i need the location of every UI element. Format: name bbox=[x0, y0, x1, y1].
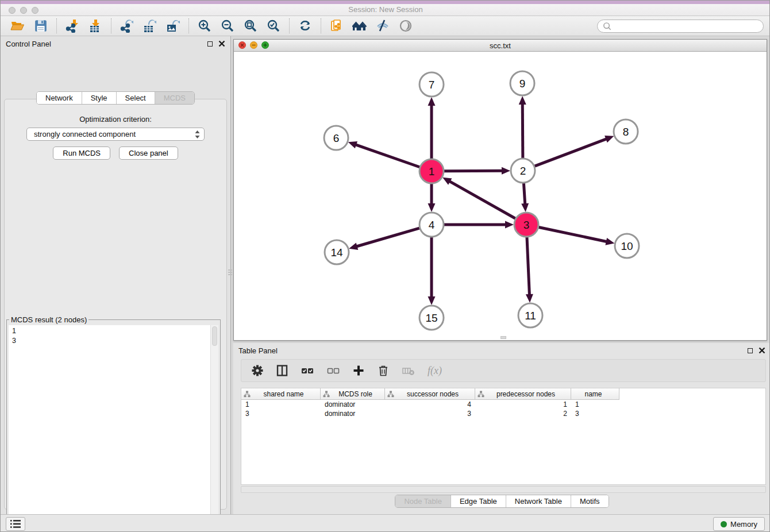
duplicate-network-icon bbox=[330, 19, 344, 33]
graph-node-7[interactable]: 7 bbox=[419, 72, 444, 97]
create-column-button[interactable] bbox=[352, 364, 365, 377]
run-mcds-button[interactable]: Run MCDS bbox=[53, 147, 110, 160]
unselect-all-button[interactable] bbox=[326, 364, 340, 377]
result-scrollbar[interactable] bbox=[210, 325, 218, 532]
tab-motifs[interactable]: Motifs bbox=[571, 495, 609, 507]
apply-layout-button[interactable] bbox=[294, 17, 317, 34]
delete-column-button[interactable] bbox=[377, 364, 390, 377]
canvas-scroll-grip[interactable] bbox=[500, 336, 506, 339]
task-history-button[interactable] bbox=[6, 517, 25, 531]
graph-node-8[interactable]: 8 bbox=[614, 119, 638, 144]
zoom-selected-button[interactable] bbox=[262, 17, 285, 34]
svg-text:9: 9 bbox=[519, 78, 526, 90]
graph-edge-4-3[interactable] bbox=[444, 221, 514, 229]
export-network-button[interactable] bbox=[116, 17, 138, 34]
hide-selected-button[interactable] bbox=[371, 17, 394, 34]
graph-edge-2-3[interactable] bbox=[521, 183, 529, 212]
graph-edge-3-1[interactable] bbox=[442, 178, 515, 218]
tab-node-table[interactable]: Node Table bbox=[395, 495, 451, 507]
cell-mcds-role[interactable]: dominator bbox=[321, 400, 385, 409]
close-table-panel-icon[interactable] bbox=[759, 347, 765, 354]
memory-button[interactable]: Memory bbox=[713, 517, 765, 531]
cell-mcds-role[interactable]: dominator bbox=[321, 409, 385, 418]
node-table: shared name MCDS role successor nodes pr… bbox=[241, 388, 766, 485]
graph-node-15[interactable]: 15 bbox=[419, 306, 444, 330]
graph-node-1[interactable]: 1 bbox=[419, 159, 444, 183]
search-input[interactable] bbox=[612, 22, 759, 30]
mcds-panel: Optimization criterion: strongly connect… bbox=[4, 99, 227, 510]
graph-edge-4-14[interactable] bbox=[349, 228, 419, 250]
close-panel-icon[interactable] bbox=[218, 40, 225, 47]
show-all-button[interactable] bbox=[394, 17, 417, 34]
tab-network-table[interactable]: Network Table bbox=[506, 495, 571, 507]
graph-edge-3-10[interactable] bbox=[539, 228, 615, 245]
cell-shared-name[interactable]: 3 bbox=[241, 409, 321, 418]
export-table-button[interactable] bbox=[138, 17, 161, 34]
zoom-in-button[interactable] bbox=[193, 17, 216, 34]
graph-node-9[interactable]: 9 bbox=[510, 71, 534, 95]
cell-name[interactable]: 3 bbox=[571, 409, 619, 418]
table-toolbar: f(x) bbox=[241, 359, 766, 382]
open-folder-icon bbox=[10, 19, 25, 33]
column-header-shared-name[interactable]: shared name bbox=[241, 388, 321, 400]
mcds-result-lines[interactable]: 1 3 bbox=[9, 325, 210, 532]
tab-mcds[interactable]: MCDS bbox=[155, 92, 194, 104]
float-panel-icon[interactable] bbox=[207, 41, 213, 47]
cell-successor-nodes[interactable]: 4 bbox=[385, 400, 475, 409]
delete-table-button[interactable] bbox=[402, 364, 415, 377]
first-neighbors-button[interactable] bbox=[348, 17, 371, 34]
panel-divider-handle[interactable] bbox=[228, 265, 232, 280]
table-horizontal-scrollbar[interactable] bbox=[241, 486, 766, 493]
columns-icon bbox=[276, 364, 288, 377]
column-header-predecessor-nodes[interactable]: predecessor nodes bbox=[475, 388, 571, 400]
table-settings-button[interactable] bbox=[251, 364, 264, 377]
float-table-panel-icon[interactable] bbox=[748, 348, 753, 353]
cell-shared-name[interactable]: 1 bbox=[241, 400, 321, 409]
import-network-button[interactable] bbox=[61, 17, 84, 34]
select-all-button[interactable] bbox=[301, 364, 314, 377]
graph-edge-2-9[interactable] bbox=[519, 96, 526, 158]
graph-edge-4-15[interactable] bbox=[428, 237, 436, 305]
plus-icon bbox=[352, 364, 365, 377]
graph-node-10[interactable]: 10 bbox=[615, 234, 639, 258]
cell-predecessor-nodes[interactable]: 2 bbox=[475, 409, 571, 418]
export-image-button[interactable] bbox=[161, 17, 184, 34]
tab-edge-table[interactable]: Edge Table bbox=[451, 495, 506, 507]
tab-select[interactable]: Select bbox=[117, 92, 155, 104]
graph-edge-1-6[interactable] bbox=[348, 141, 419, 167]
svg-text:10: 10 bbox=[621, 240, 633, 252]
zoom-fit-button[interactable] bbox=[239, 17, 262, 34]
graph-edge-2-8[interactable] bbox=[535, 136, 614, 166]
graph-node-14[interactable]: 14 bbox=[325, 240, 349, 264]
graph-node-3[interactable]: 3 bbox=[514, 213, 538, 237]
cell-predecessor-nodes[interactable]: 1 bbox=[475, 400, 571, 409]
graph-node-11[interactable]: 11 bbox=[518, 303, 542, 327]
open-session-button[interactable] bbox=[6, 17, 29, 34]
column-header-name[interactable]: name bbox=[571, 388, 619, 400]
column-header-mcds-role[interactable]: MCDS role bbox=[321, 388, 385, 400]
network-window-titlebar[interactable]: scc.txt bbox=[234, 40, 767, 52]
cell-name[interactable]: 1 bbox=[571, 400, 619, 409]
network-canvas[interactable]: 7968124314101511 bbox=[234, 52, 767, 340]
column-header-successor-nodes[interactable]: successor nodes bbox=[385, 388, 475, 400]
graph-edge-3-11[interactable] bbox=[526, 237, 533, 303]
graph-node-2[interactable]: 2 bbox=[511, 159, 535, 183]
graph-node-6[interactable]: 6 bbox=[324, 126, 348, 150]
zoom-out-button[interactable] bbox=[216, 17, 239, 34]
tab-network[interactable]: Network bbox=[37, 92, 82, 104]
import-table-button[interactable] bbox=[84, 17, 107, 34]
function-builder-button[interactable]: f(x) bbox=[428, 365, 442, 377]
graph-edge-1-2[interactable] bbox=[444, 167, 510, 175]
cell-successor-nodes[interactable]: 3 bbox=[385, 409, 475, 418]
graph-edge-1-7[interactable] bbox=[428, 97, 436, 159]
graph-edge-1-4[interactable] bbox=[428, 184, 436, 212]
save-session-button[interactable] bbox=[29, 17, 52, 34]
graph-node-4[interactable]: 4 bbox=[419, 213, 444, 237]
optimization-criterion-select[interactable]: strongly connected component bbox=[26, 128, 205, 141]
close-panel-button[interactable]: Close panel bbox=[119, 147, 178, 160]
tab-style[interactable]: Style bbox=[82, 92, 117, 104]
result-scrollbar-thumb[interactable] bbox=[212, 326, 217, 346]
show-columns-button[interactable] bbox=[276, 364, 288, 377]
memory-status-icon bbox=[721, 521, 727, 527]
network-from-selection-button[interactable] bbox=[325, 17, 348, 34]
